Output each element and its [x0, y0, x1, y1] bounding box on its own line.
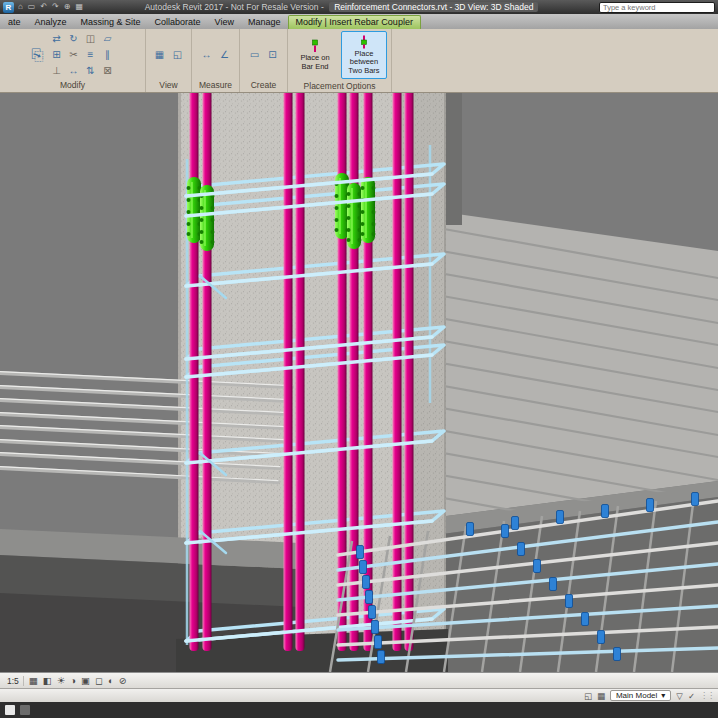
create-tool-grid: ▭ ⊡: [246, 46, 281, 63]
tab-collaborate[interactable]: Collaborate: [148, 16, 208, 29]
place-between-two-bars-button[interactable]: Place between Two Bars: [341, 31, 387, 79]
move-icon[interactable]: ∥: [100, 47, 116, 62]
panel-modify: ⎘ ⇄ ↻ ◫ ▱ ⊞ ✂ ≡ ∥ ⊥ ↔ ⇅ ⊠ Modify: [0, 29, 146, 92]
visual-style-icon[interactable]: ◧: [43, 674, 52, 688]
3d-scene: [0, 93, 718, 672]
taskbar: [0, 702, 718, 718]
active-design-option-select[interactable]: Main Model ▾: [610, 690, 671, 701]
tab-view[interactable]: View: [208, 16, 241, 29]
shadows-icon[interactable]: ◑: [70, 674, 76, 688]
place-on-bar-end-line2: Bar End: [301, 63, 328, 72]
tab-analyze[interactable]: Analyze: [28, 16, 74, 29]
show-crop-region-icon[interactable]: ◻: [95, 674, 103, 688]
selection-toggle-icon[interactable]: ✓: [688, 691, 695, 701]
panel-placement-options: Place on Bar End Place between Two Bars …: [288, 29, 392, 92]
create-similar-icon[interactable]: ⊡: [264, 46, 281, 63]
modify-qat-icon[interactable]: ▦: [75, 2, 85, 12]
3d-viewport[interactable]: [0, 93, 718, 672]
open-icon[interactable]: ⌂: [17, 2, 24, 12]
status-bar: ◱ ▦ Main Model ▾ ▽ ✓ ⋮⋮: [0, 688, 718, 702]
ribbon: ⎘ ⇄ ↻ ◫ ▱ ⊞ ✂ ≡ ∥ ⊥ ↔ ⇅ ⊠ Modify: [0, 29, 718, 93]
design-options-icon[interactable]: ▦: [597, 691, 605, 701]
panel-label-placement-options: Placement Options: [288, 81, 391, 92]
revit-window: R ⌂ ▭ ↶ ↷ ⊕ ▦ Autodesk Revit 2017 - Not …: [0, 0, 718, 718]
panel-label-measure: Measure: [192, 80, 239, 92]
main-model-label: Main Model: [616, 691, 657, 700]
taskbar-app-icon[interactable]: [5, 705, 15, 715]
section-view-icon[interactable]: ◱: [169, 46, 186, 63]
split-icon[interactable]: ✂: [66, 47, 82, 62]
view-tool-grid: ▦ ◱: [151, 46, 186, 63]
crop-view-icon[interactable]: ▣: [81, 674, 90, 688]
search-input[interactable]: [599, 2, 715, 13]
place-on-bar-end-button[interactable]: Place on Bar End: [292, 31, 338, 79]
paste-icon[interactable]: ⎘: [29, 46, 45, 64]
ribbon-tab-bar: ate Analyze Massing & Site Collaborate V…: [0, 14, 718, 29]
align-icon[interactable]: ⇄: [49, 31, 65, 46]
editable-only-filter-icon[interactable]: ▽: [676, 691, 683, 701]
document-title-text: Reinforcement Connectors.rvt - 3D View: …: [329, 2, 538, 12]
panel-view: ▦ ◱ View: [146, 29, 192, 92]
detail-level-icon[interactable]: ▦: [29, 674, 38, 688]
place-between-line1: Place between: [342, 50, 386, 67]
window-title: Autodesk Revit 2017 - Not For Resale Ver…: [87, 2, 596, 12]
revit-app-menu-icon[interactable]: R: [3, 2, 14, 13]
app-title-text: Autodesk Revit 2017 - Not For Resale Ver…: [145, 2, 324, 12]
panel-create: ▭ ⊡ Create: [240, 29, 288, 92]
save-icon[interactable]: ▭: [27, 2, 37, 12]
reveal-hidden-elements-icon[interactable]: ⊘: [119, 674, 127, 688]
delete-icon[interactable]: ⊠: [100, 63, 116, 78]
tab-manage[interactable]: Manage: [241, 16, 288, 29]
bar-end-coupler-icon: [307, 39, 323, 53]
modify-tools: ⎘ ⇄ ↻ ◫ ▱ ⊞ ✂ ≡ ∥ ⊥ ↔ ⇅ ⊠: [0, 29, 145, 80]
pin-icon[interactable]: ⊥: [49, 63, 65, 78]
panel-measure: ↔ ∠ Measure: [192, 29, 240, 92]
infocenter-search: [599, 2, 715, 13]
taskbar-app-icon-2[interactable]: [20, 705, 30, 715]
between-bars-coupler-icon: [356, 35, 372, 49]
angle-dimension-icon[interactable]: ∠: [216, 46, 233, 63]
panel-label-create: Create: [240, 80, 287, 92]
rotate-icon[interactable]: ↻: [66, 31, 82, 46]
tab-massing-site[interactable]: Massing & Site: [74, 16, 148, 29]
resize-grip[interactable]: ⋮⋮: [700, 691, 714, 700]
ribbon-empty-area: [392, 29, 718, 92]
place-between-line2: Two Bars: [348, 67, 379, 76]
temporary-hide-isolate-icon[interactable]: ◐: [108, 674, 114, 688]
measure-icon[interactable]: ↔: [198, 46, 215, 63]
sun-path-icon[interactable]: ☀: [57, 674, 66, 688]
trim-icon[interactable]: ≡: [83, 47, 99, 62]
modify-tool-grid: ⇄ ↻ ◫ ▱ ⊞ ✂ ≡ ∥ ⊥ ↔ ⇅ ⊠: [49, 31, 116, 78]
chevron-down-icon: ▾: [661, 691, 665, 700]
scale-button[interactable]: 1:5: [3, 676, 24, 686]
array-icon[interactable]: ⊞: [49, 47, 65, 62]
view-control-bar: 1:5 ▦ ◧ ☀ ◑ ▣ ◻ ◐ ⊘: [0, 672, 718, 688]
worksets-icon[interactable]: ◱: [584, 691, 592, 701]
create-group-icon[interactable]: ▭: [246, 46, 263, 63]
offset-icon[interactable]: ▱: [100, 31, 116, 46]
copy-icon[interactable]: ⇅: [83, 63, 99, 78]
undo-icon[interactable]: ↶: [39, 2, 48, 12]
scale-icon[interactable]: ↔: [66, 63, 82, 78]
title-bar: R ⌂ ▭ ↶ ↷ ⊕ ▦ Autodesk Revit 2017 - Not …: [0, 0, 718, 14]
mirror-icon[interactable]: ◫: [83, 31, 99, 46]
tab-modify-insert-rebar-coupler[interactable]: Modify | Insert Rebar Coupler: [288, 15, 421, 29]
measure-tool-grid: ↔ ∠: [198, 46, 233, 63]
tab-annotate[interactable]: ate: [1, 16, 28, 29]
default-3d-view-icon[interactable]: ▦: [151, 46, 168, 63]
sync-icon[interactable]: ⊕: [63, 2, 72, 12]
panel-label-modify: Modify: [0, 80, 145, 92]
redo-icon[interactable]: ↷: [51, 2, 60, 12]
panel-label-view: View: [146, 80, 191, 92]
column-shadow-band: [446, 93, 462, 225]
